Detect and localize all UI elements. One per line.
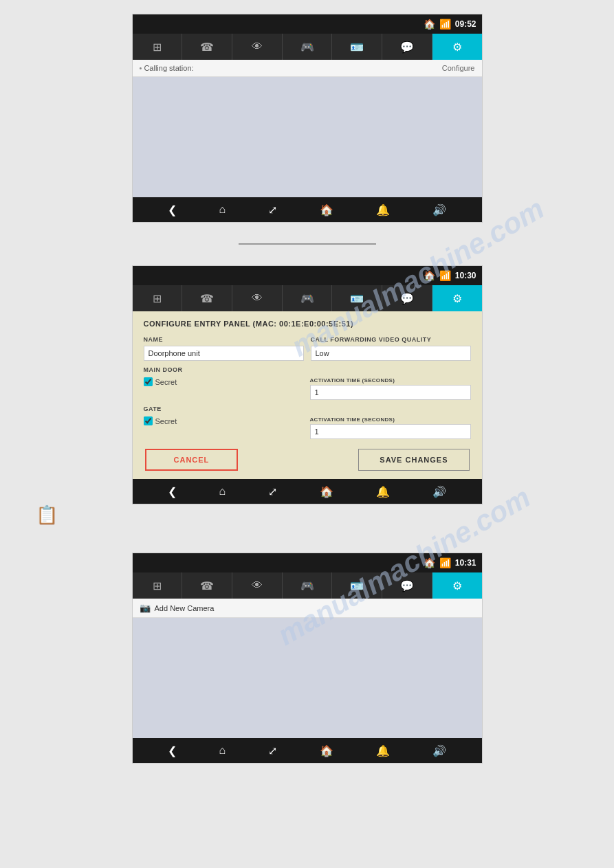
- nav-tabs-3: ⊞ ☎ 👁 🎮 🪪 💬 ⚙: [133, 572, 482, 599]
- bottom-bar-2: ❮ ⌂ ⤢ 🏠 🔔 🔊: [133, 479, 482, 504]
- tab-idcard-1[interactable]: 🪪: [332, 34, 382, 60]
- volume-icon-1[interactable]: 🔊: [432, 203, 446, 216]
- grid-icon-2: ⊞: [153, 292, 162, 305]
- save-changes-button[interactable]: SAVE CHANGES: [358, 449, 469, 471]
- cancel-button[interactable]: CANCEL: [145, 449, 239, 471]
- gamepad-icon-1: 🎮: [300, 41, 314, 54]
- panel-2: 🏠 📶 10:30 ⊞ ☎ 👁 🎮 🪪 💬: [132, 265, 483, 504]
- main-door-activation-input[interactable]: [310, 385, 471, 400]
- main-door-secret-checkbox-row[interactable]: Secret: [144, 377, 305, 386]
- name-input[interactable]: [144, 346, 304, 361]
- status-bar-2: 🏠 📶 10:30: [133, 266, 482, 285]
- exit-icon-3[interactable]: ⤢: [268, 744, 277, 757]
- house-icon-3[interactable]: 🏠: [320, 744, 333, 757]
- chat-icon-3: 💬: [400, 579, 414, 592]
- chat-icon-2: 💬: [400, 292, 414, 305]
- volume-icon-3[interactable]: 🔊: [432, 744, 446, 757]
- add-camera-label[interactable]: Add New Camera: [155, 604, 215, 612]
- main-door-secret-label: Secret: [155, 378, 177, 386]
- callforward-input[interactable]: [311, 346, 471, 361]
- name-label: NAME: [144, 336, 304, 343]
- tab-grid-3[interactable]: ⊞: [133, 572, 183, 599]
- main-door-secret-checkbox[interactable]: [144, 377, 153, 386]
- volume-icon-2[interactable]: 🔊: [432, 485, 446, 498]
- tab-grid-2[interactable]: ⊞: [133, 285, 183, 311]
- time-display-1: 09:52: [455, 19, 476, 29]
- tab-call-1[interactable]: ☎: [182, 34, 232, 60]
- bell-icon-3[interactable]: 🔔: [376, 744, 390, 757]
- tab-chat-2[interactable]: 💬: [382, 285, 432, 311]
- nav-tabs-1: ⊞ ☎ 👁 🎮 🪪 💬 ⚙: [133, 34, 482, 60]
- tab-settings-1[interactable]: ⚙: [432, 34, 482, 60]
- tab-chat-1[interactable]: 💬: [382, 34, 432, 60]
- action-buttons: CANCEL SAVE CHANGES: [144, 449, 471, 471]
- separator-1: [239, 243, 376, 245]
- tab-call-3[interactable]: ☎: [182, 572, 232, 599]
- tab-idcard-3[interactable]: 🪪: [332, 572, 382, 599]
- tab-call-2[interactable]: ☎: [182, 285, 232, 311]
- configure-link[interactable]: Configure: [442, 64, 475, 72]
- exit-icon-1[interactable]: ⤢: [268, 203, 277, 216]
- gate-secret-checkbox[interactable]: [144, 416, 153, 425]
- tab-eye-2[interactable]: 👁: [232, 285, 283, 311]
- gate-activation-input[interactable]: [310, 424, 471, 439]
- gate-left: Secret: [144, 416, 305, 425]
- back-icon-3[interactable]: ❮: [168, 744, 177, 757]
- signal-icon-3: 📶: [439, 557, 451, 568]
- idcard-icon-1: 🪪: [350, 41, 364, 54]
- tab-eye-1[interactable]: 👁: [232, 34, 283, 60]
- main-door-right: ACTIVATION TIME (SECONDS): [310, 377, 471, 400]
- gamepad-icon-3: 🎮: [300, 579, 314, 592]
- panel3-content: [133, 618, 482, 738]
- tab-idcard-2[interactable]: 🪪: [332, 285, 382, 311]
- tab-settings-2[interactable]: ⚙: [432, 285, 482, 311]
- back-icon-1[interactable]: ❮: [168, 203, 177, 216]
- exit-icon-2[interactable]: ⤢: [268, 485, 277, 498]
- grid-icon-3: ⊞: [153, 579, 162, 592]
- tab-settings-3[interactable]: ⚙: [432, 572, 482, 599]
- main-door-activation-label: ACTIVATION TIME (SECONDS): [310, 377, 471, 383]
- home-icon-3[interactable]: ⌂: [219, 744, 226, 757]
- page-wrapper: manualmachine.com manualmachine.com 🏠 📶 …: [0, 0, 614, 868]
- settings-icon-1: ⚙: [452, 41, 462, 54]
- main-door-section: Secret ACTIVATION TIME (SECONDS): [144, 377, 471, 400]
- house-icon-1[interactable]: 🏠: [320, 203, 333, 216]
- callforward-group: CALL FORWARDING VIDEO QUALITY: [311, 336, 471, 361]
- panel2-content: CONFIGURE ENTRY PANEL (MAC: 00:1E:E0:00:…: [133, 311, 482, 479]
- bell-icon-1[interactable]: 🔔: [376, 203, 390, 216]
- eye-icon-1: 👁: [252, 41, 263, 53]
- gate-secret-checkbox-row[interactable]: Secret: [144, 416, 305, 425]
- gate-right: ACTIVATION TIME (SECONDS): [310, 416, 471, 439]
- panel-1: 🏠 📶 09:52 ⊞ ☎ 👁 🎮 🪪 💬: [132, 14, 483, 223]
- clipboard-icon: 📋: [36, 504, 58, 526]
- tab-grid-1[interactable]: ⊞: [133, 34, 183, 60]
- back-icon-2[interactable]: ❮: [168, 485, 177, 498]
- call-icon-3: ☎: [200, 579, 214, 592]
- chat-icon-1: 💬: [400, 41, 414, 54]
- home-icon-2[interactable]: ⌂: [219, 485, 226, 498]
- tab-gamepad-2[interactable]: 🎮: [283, 285, 333, 311]
- bell-icon-2[interactable]: 🔔: [376, 485, 390, 498]
- panel1-header: Calling station: Configure: [133, 60, 482, 77]
- configure-title: CONFIGURE ENTRY PANEL (MAC: 00:1E:E0:00:…: [144, 320, 471, 328]
- home-status-icon-2: 🏠: [424, 270, 435, 281]
- gate-section: Secret ACTIVATION TIME (SECONDS): [144, 416, 471, 439]
- bottom-bar-1: ❮ ⌂ ⤢ 🏠 🔔 🔊: [133, 197, 482, 222]
- main-door-left: Secret: [144, 377, 305, 386]
- tab-gamepad-1[interactable]: 🎮: [283, 34, 333, 60]
- house-icon-2[interactable]: 🏠: [320, 485, 333, 498]
- home-status-icon-3: 🏠: [424, 557, 435, 568]
- gate-activation: ACTIVATION TIME (SECONDS): [310, 416, 471, 439]
- main-door-activation: ACTIVATION TIME (SECONDS): [310, 377, 471, 400]
- time-display-3: 10:31: [455, 558, 476, 568]
- tab-eye-3[interactable]: 👁: [232, 572, 283, 599]
- idcard-icon-2: 🪪: [350, 292, 364, 305]
- eye-icon-2: 👁: [252, 292, 263, 304]
- settings-icon-3: ⚙: [452, 579, 462, 592]
- home-icon-1[interactable]: ⌂: [219, 203, 226, 216]
- tab-gamepad-3[interactable]: 🎮: [283, 572, 333, 599]
- nav-tabs-2: ⊞ ☎ 👁 🎮 🪪 💬 ⚙: [133, 285, 482, 311]
- tab-chat-3[interactable]: 💬: [382, 572, 432, 599]
- time-display-2: 10:30: [455, 271, 476, 280]
- eye-icon-3: 👁: [252, 579, 263, 592]
